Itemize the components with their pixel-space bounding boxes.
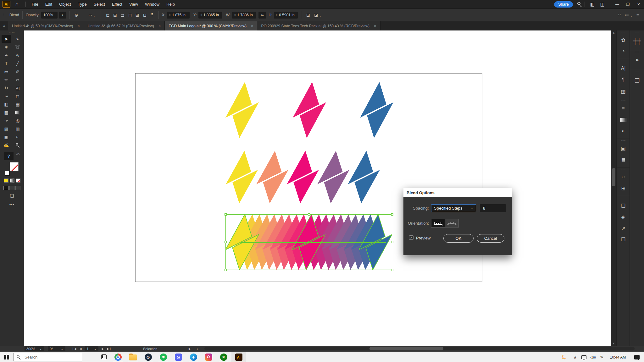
start-button[interactable] (0, 352, 13, 362)
rotation-dropdown[interactable]: 0°⌄ (48, 346, 65, 351)
mesh-tool[interactable]: ▩ (2, 108, 11, 116)
search-icon[interactable] (577, 2, 582, 7)
scissors-tool[interactable]: ✂ (13, 76, 22, 84)
cancel-button[interactable]: Cancel (477, 234, 504, 243)
menu-item-window[interactable]: Window (142, 0, 163, 8)
taskbar-app-spotify[interactable]: ≋ (156, 352, 170, 362)
gradient-tool[interactable] (13, 108, 22, 116)
fill-stroke-control[interactable] (5, 162, 19, 176)
canvas[interactable] (24, 30, 611, 346)
symbols-panel-icon[interactable]: ❏ (617, 200, 629, 211)
tab-close-icon[interactable]: ✕ (77, 25, 80, 28)
align-to-page-button[interactable] (431, 219, 445, 228)
screen-mode-icon[interactable]: ❏ (10, 193, 14, 198)
taskbar-app-file-explorer[interactable] (126, 352, 140, 362)
free-transform-tool[interactable]: ◻ (13, 92, 22, 100)
action-center-icon[interactable] (632, 352, 641, 362)
clock[interactable]: 10:44 AM (607, 352, 629, 362)
panel-menu-icon[interactable]: ≡ (636, 13, 639, 18)
network-icon[interactable] (580, 352, 588, 362)
taskbar-app-edge[interactable]: e (186, 352, 201, 362)
zoom-tool[interactable] (13, 141, 22, 149)
previous-artboard-icon[interactable]: ◀ (79, 347, 81, 350)
opacity-field[interactable]: 100% (41, 12, 58, 19)
appearance-panel-icon[interactable]: ▣ (617, 143, 629, 154)
taskbar-app-chrome[interactable] (111, 352, 125, 362)
menu-item-view[interactable]: View (126, 0, 142, 8)
scroll-up-icon[interactable]: ▲ (611, 31, 616, 34)
y-field[interactable]: ˄˅1.8365 in (198, 12, 222, 19)
pencil-tool[interactable]: ✏ (2, 76, 11, 84)
lasso-tool[interactable]: ➰ (13, 43, 22, 51)
constrain-proportions-icon[interactable]: ∞ (258, 12, 266, 19)
document-tab-3[interactable]: EGD Main Logo.ai* @ 300 % (CMYK/Preview)… (165, 21, 257, 30)
scroll-down-icon[interactable]: ▼ (611, 342, 616, 345)
color-swatch-button[interactable] (4, 178, 8, 183)
taskbar-search-box[interactable] (14, 353, 82, 361)
pen-tool[interactable]: ✒ (2, 51, 11, 59)
taskbar-app-xbox[interactable]: ✕ (216, 352, 231, 362)
comments-panel-icon[interactable]: ❝ (630, 54, 644, 68)
recolor-artwork-icon[interactable]: ⊛ (75, 13, 78, 18)
search-input[interactable] (24, 354, 71, 360)
x-field[interactable]: ˄˅1.875 in (167, 12, 190, 19)
glyphs-panel-icon[interactable]: ▦ (617, 85, 629, 97)
last-artboard-icon[interactable]: ▶❘ (107, 347, 111, 350)
magic-wand-tool[interactable]: ✶ (2, 43, 11, 51)
volume-icon[interactable]: ◁))) (589, 352, 597, 362)
rectangle-tool[interactable]: ▭ (2, 68, 11, 75)
taskbar-app-illustrator[interactable]: Ai (231, 352, 246, 362)
close-button[interactable]: ✕ (633, 0, 644, 8)
zoom-level-dropdown[interactable]: 300%⌄ (25, 346, 44, 351)
align-center-icon[interactable]: ⊟ (113, 13, 117, 18)
document-tab-2[interactable]: Untitled-6* @ 66.67 % (CMYK/Preview)✕ (84, 21, 165, 30)
transform-presets-icon[interactable]: ▱⌄ (88, 13, 95, 18)
night-light-icon[interactable]: ☾ (560, 352, 569, 362)
stroke-swatch[interactable] (10, 162, 19, 171)
taskbar-app-instagram[interactable] (201, 352, 216, 362)
draw-inside-mode[interactable] (15, 186, 20, 190)
none-swatch-button[interactable] (16, 178, 20, 183)
distribute-icon[interactable]: ⠿ (150, 13, 153, 18)
hand-tool[interactable]: ✍ (2, 141, 11, 149)
document-tab-1[interactable]: Untitled-4* @ 50 % (CMYK/Preview)✕ (8, 21, 84, 30)
next-artboard-icon[interactable]: ▶ (102, 347, 104, 350)
menu-item-edit[interactable]: Edit (42, 0, 56, 8)
spacing-dropdown[interactable]: Specified Steps⌄ (431, 204, 476, 212)
scroll-left-icon[interactable]: ▶ (189, 346, 191, 351)
menu-item-type[interactable]: Type (75, 0, 90, 8)
curvature-tool[interactable]: ∿ (13, 51, 22, 59)
direct-selection-tool[interactable]: ➢ (13, 35, 22, 43)
blend-tool[interactable]: ◎ (13, 117, 22, 124)
home-icon[interactable]: ⌂ (15, 2, 19, 7)
color-guide-panel-icon[interactable]: ◔ (617, 46, 629, 57)
width-tool[interactable]: ∾ (2, 92, 11, 100)
align-left-icon[interactable]: ⊏ (106, 13, 110, 18)
properties-toggle-icon[interactable]: ≔⌄ (625, 13, 632, 18)
align-bottom-icon[interactable]: ⊔ (143, 13, 147, 18)
menu-item-effect[interactable]: Effect (108, 0, 126, 8)
restore-button[interactable]: ❐ (623, 0, 633, 8)
first-artboard-icon[interactable]: ❘◀ (72, 347, 76, 350)
artboard-tool[interactable]: ▣ (2, 133, 11, 141)
shape-modes-panel-icon[interactable]: ⊞ (617, 183, 629, 194)
libraries-panel-icon[interactable]: ❒ (630, 74, 644, 88)
document-tab-4[interactable]: PO 200929 State Tees Tech Pack.ai @ 150.… (257, 21, 380, 30)
undo-icon[interactable]: ↶ (16, 152, 20, 157)
ok-button[interactable]: OK (443, 234, 474, 243)
opacity-menu-button[interactable]: › (59, 12, 66, 19)
arrange-documents-icon[interactable]: ◧ (590, 2, 595, 7)
horizontal-scrollbar[interactable] (204, 347, 635, 350)
pen-settings-icon[interactable]: ✎ (598, 352, 606, 362)
edit-toolbar-icon[interactable]: ••• (9, 202, 15, 207)
selection-handle[interactable] (308, 269, 310, 271)
taskbar-app-discord[interactable]: ω (171, 352, 186, 362)
slice-tool[interactable]: ✁ (13, 133, 22, 141)
selection-handle[interactable] (225, 241, 227, 243)
perspective-grid-tool[interactable]: ▦ (13, 100, 22, 108)
shape-builder-tool[interactable]: ◧ (2, 100, 11, 108)
gradient-panel-icon[interactable] (617, 114, 629, 125)
taskbar-app-steam[interactable]: ⊙ (141, 352, 155, 362)
align-panel-icon[interactable]: ≣ (617, 154, 629, 165)
gradient-swatch-button[interactable] (10, 178, 14, 183)
